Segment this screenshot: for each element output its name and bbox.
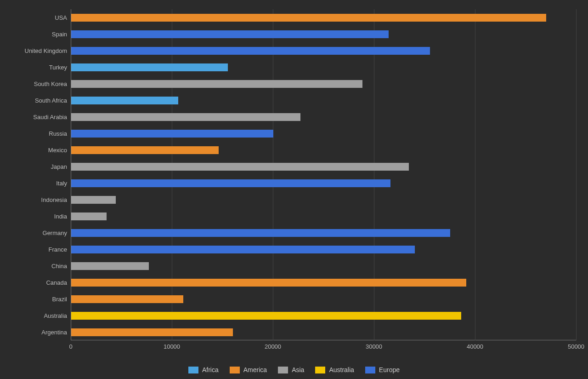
chart-container: USASpainUnited KingdomTurkeySouth KoreaS… xyxy=(0,0,588,379)
legend-item[interactable]: Europe xyxy=(365,366,400,373)
bar xyxy=(71,163,409,171)
bar xyxy=(71,63,228,71)
bar xyxy=(71,312,461,320)
y-tick-label: United Kingdom xyxy=(3,47,67,54)
bar xyxy=(71,262,149,270)
bar xyxy=(71,130,273,138)
grid-line xyxy=(273,9,273,340)
bar xyxy=(71,47,430,55)
bar xyxy=(71,113,300,121)
legend-item[interactable]: America xyxy=(230,366,267,373)
y-tick-label: Germany xyxy=(3,230,67,236)
y-tick-label: Canada xyxy=(3,279,67,286)
y-tick-label: China xyxy=(3,263,67,270)
legend-swatch xyxy=(315,367,325,373)
y-tick-label: France xyxy=(3,246,67,253)
y-tick-label: Turkey xyxy=(3,64,67,71)
bar xyxy=(71,229,450,237)
legend-item[interactable]: Australia xyxy=(315,366,354,373)
bar xyxy=(71,246,415,253)
x-tick-label: 10000 xyxy=(164,343,180,350)
bar xyxy=(71,196,116,204)
y-tick-label: India xyxy=(3,213,67,220)
grid-line xyxy=(576,9,577,340)
legend-item[interactable]: Asia xyxy=(278,366,304,373)
bar xyxy=(71,328,233,336)
legend: AfricaAmericaAsiaAustraliaEurope xyxy=(0,366,588,373)
bar xyxy=(71,295,183,303)
y-tick-label: Japan xyxy=(3,163,67,170)
y-tick-label: Brazil xyxy=(3,296,67,303)
legend-swatch xyxy=(278,367,288,373)
y-tick-label: Argentina xyxy=(3,329,67,336)
x-axis-line xyxy=(71,340,576,340)
y-tick-label: Australia xyxy=(3,312,67,319)
legend-swatch xyxy=(188,367,198,373)
x-tick-label: 30000 xyxy=(366,343,382,350)
y-tick-label: Russia xyxy=(3,130,67,137)
legend-item[interactable]: Africa xyxy=(188,366,219,373)
bar xyxy=(71,179,390,187)
x-tick-label: 20000 xyxy=(265,343,281,350)
y-tick-label: Italy xyxy=(3,180,67,187)
legend-swatch xyxy=(230,367,240,373)
legend-label: Europe xyxy=(379,366,400,373)
x-tick-label: 0 xyxy=(69,343,72,350)
legend-swatch xyxy=(365,367,375,373)
bar xyxy=(71,80,362,88)
y-tick-label: Indonesia xyxy=(3,196,67,203)
grid-line xyxy=(172,9,172,340)
legend-label: Africa xyxy=(202,366,219,373)
bar xyxy=(71,14,546,22)
legend-label: Australia xyxy=(329,366,354,373)
y-tick-label: Spain xyxy=(3,31,67,38)
y-tick-label: South Africa xyxy=(3,97,67,104)
bar xyxy=(71,97,178,104)
bar xyxy=(71,212,107,220)
bar xyxy=(71,279,466,287)
y-tick-label: Mexico xyxy=(3,147,67,154)
legend-label: Asia xyxy=(292,366,304,373)
y-tick-label: USA xyxy=(3,14,67,21)
bar xyxy=(71,30,389,38)
y-tick-label: Saudi Arabia xyxy=(3,114,67,121)
x-tick-label: 40000 xyxy=(467,343,483,350)
legend-label: America xyxy=(243,366,267,373)
y-tick-label: South Korea xyxy=(3,80,67,87)
grid-line xyxy=(374,9,374,340)
x-tick-label: 50000 xyxy=(568,343,584,350)
plot-area xyxy=(71,9,576,340)
grid-line xyxy=(475,9,475,340)
y-axis-line xyxy=(71,9,71,340)
bar xyxy=(71,146,219,154)
